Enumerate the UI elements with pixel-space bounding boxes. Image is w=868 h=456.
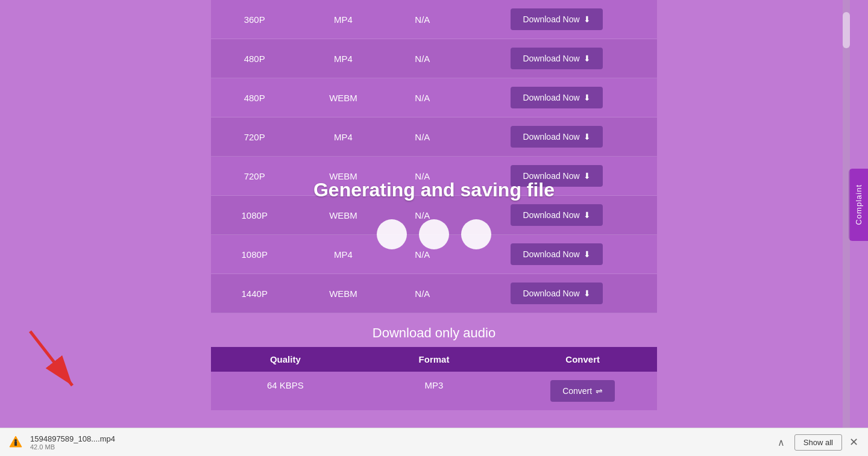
complaint-label: Complaint [854, 184, 863, 225]
download-bar-info: 1594897589_108....mp4 42.0 MB [30, 434, 768, 451]
download-icon: ⬇ [583, 14, 591, 24]
download-icon: ⬇ [583, 132, 591, 142]
scrollbar-thumb[interactable] [843, 12, 850, 48]
download-btn-label: Download Now [523, 54, 579, 63]
complaint-tab[interactable]: Complaint [849, 169, 868, 241]
download-icon: ⬇ [583, 93, 591, 102]
video-table-container: 360P MP4 N/A Download Now ⬇ 480P MP4 N/A… [211, 0, 657, 410]
red-arrow-indicator [18, 325, 90, 398]
download-now-button[interactable]: Download Now ⬇ [511, 165, 602, 187]
format-cell: WEBM [298, 78, 388, 117]
download-btn-label: Download Now [523, 289, 579, 298]
size-cell: N/A [389, 117, 457, 157]
show-all-button[interactable]: Show all [794, 434, 842, 451]
table-row: 1080P MP4 N/A Download Now ⬇ [211, 235, 657, 274]
format-cell: MP4 [298, 39, 388, 78]
download-icon: ⬇ [583, 54, 591, 63]
size-cell: N/A [389, 274, 457, 313]
table-row: 720P WEBM N/A Download Now ⬇ [211, 157, 657, 196]
download-icon: ⬇ [583, 171, 591, 181]
table-row: 1080P WEBM N/A Download Now ⬇ [211, 196, 657, 235]
convert-icon: ⇌ [596, 386, 603, 396]
download-icon: ⬇ [583, 210, 591, 220]
format-cell: MP4 [298, 0, 388, 39]
download-cell: Download Now ⬇ [456, 0, 657, 39]
format-cell: WEBM [298, 274, 388, 313]
table-row: 1440P WEBM N/A Download Now ⬇ [211, 274, 657, 313]
download-btn-label: Download Now [523, 171, 579, 181]
audio-convert-cell: Convert ⇌ [508, 372, 657, 410]
quality-cell: 720P [211, 157, 298, 196]
format-cell: MP4 [298, 117, 388, 157]
download-btn-label: Download Now [523, 249, 579, 259]
format-cell: WEBM [298, 157, 388, 196]
audio-table-row: 64 KBPS MP3 Convert ⇌ [211, 372, 657, 410]
audio-section-title: Download only audio [211, 325, 657, 341]
download-now-button[interactable]: Download Now ⬇ [511, 126, 602, 148]
download-icon: ⬇ [583, 289, 591, 298]
size-cell: N/A [389, 0, 457, 39]
download-btn-label: Download Now [523, 210, 579, 220]
expand-icon: ∧ [778, 437, 785, 448]
download-now-button[interactable]: Download Now ⬇ [511, 8, 602, 30]
size-cell: N/A [389, 235, 457, 274]
download-size: 42.0 MB [30, 443, 768, 451]
table-row: 360P MP4 N/A Download Now ⬇ [211, 0, 657, 39]
download-cell: Download Now ⬇ [456, 157, 657, 196]
format-cell: WEBM [298, 196, 388, 235]
download-cell: Download Now ⬇ [456, 235, 657, 274]
svg-line-1 [30, 331, 72, 386]
quality-cell: 720P [211, 117, 298, 157]
audio-table-header: Quality Format Convert [211, 347, 657, 372]
download-bar: 1594897589_108....mp4 42.0 MB ∧ Show all… [0, 428, 868, 456]
download-bar-icon [7, 434, 24, 451]
download-cell: Download Now ⬇ [456, 117, 657, 157]
size-cell: N/A [389, 196, 457, 235]
convert-button[interactable]: Convert ⇌ [550, 380, 615, 402]
quality-cell: 480P [211, 39, 298, 78]
audio-format: MP3 [360, 372, 509, 410]
download-now-button[interactable]: Download Now ⬇ [511, 204, 602, 226]
quality-cell: 1080P [211, 196, 298, 235]
quality-cell: 1440P [211, 274, 298, 313]
download-now-button[interactable]: Download Now ⬇ [511, 48, 602, 69]
download-btn-label: Download Now [523, 14, 579, 24]
audio-header-quality: Quality [211, 347, 360, 372]
table-row: 480P WEBM N/A Download Now ⬇ [211, 78, 657, 117]
close-icon: ✕ [849, 436, 858, 448]
table-row: 720P MP4 N/A Download Now ⬇ [211, 117, 657, 157]
convert-label: Convert [562, 386, 592, 396]
audio-header-convert: Convert [508, 347, 657, 372]
download-now-button[interactable]: Download Now ⬇ [511, 283, 602, 304]
download-bar-actions: Show all ✕ [794, 434, 861, 451]
download-now-button[interactable]: Download Now ⬇ [511, 87, 602, 108]
scrollbar[interactable] [843, 0, 850, 428]
close-download-bar-button[interactable]: ✕ [847, 436, 861, 449]
svg-rect-3 [14, 442, 17, 446]
quality-cell: 360P [211, 0, 298, 39]
download-cell: Download Now ⬇ [456, 274, 657, 313]
video-download-table: 360P MP4 N/A Download Now ⬇ 480P MP4 N/A… [211, 0, 657, 313]
size-cell: N/A [389, 78, 457, 117]
download-cell: Download Now ⬇ [456, 39, 657, 78]
table-row: 480P MP4 N/A Download Now ⬇ [211, 39, 657, 78]
download-now-button[interactable]: Download Now ⬇ [511, 243, 602, 265]
download-btn-label: Download Now [523, 132, 579, 142]
quality-cell: 480P [211, 78, 298, 117]
expand-button[interactable]: ∧ [774, 435, 788, 449]
size-cell: N/A [389, 157, 457, 196]
audio-section: Download only audio Quality Format Conve… [211, 325, 657, 410]
download-cell: Download Now ⬇ [456, 78, 657, 117]
audio-quality: 64 KBPS [211, 372, 360, 410]
download-icon: ⬇ [583, 249, 591, 259]
download-btn-label: Download Now [523, 93, 579, 102]
format-cell: MP4 [298, 235, 388, 274]
main-content: 360P MP4 N/A Download Now ⬇ 480P MP4 N/A… [0, 0, 868, 428]
quality-cell: 1080P [211, 235, 298, 274]
download-cell: Download Now ⬇ [456, 196, 657, 235]
audio-header-format: Format [360, 347, 509, 372]
svg-point-4 [14, 439, 17, 442]
size-cell: N/A [389, 39, 457, 78]
download-filename: 1594897589_108....mp4 [30, 434, 768, 443]
